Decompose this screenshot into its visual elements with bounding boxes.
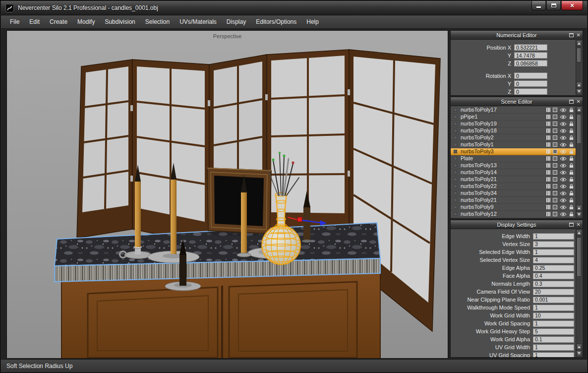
numeric-field-input[interactable] — [514, 88, 547, 95]
display-setting-input[interactable] — [533, 241, 574, 248]
lock-icon[interactable] — [569, 211, 574, 217]
scene-object-row[interactable]: nurbsToPoly14 — [451, 169, 576, 176]
menu-item[interactable]: Create — [45, 15, 72, 28]
visibility-eye-icon[interactable] — [560, 108, 567, 113]
material-swatch-icon[interactable] — [553, 149, 557, 154]
display-setting-input[interactable] — [533, 312, 574, 319]
material-swatch-icon[interactable] — [553, 122, 557, 126]
display-setting-input[interactable] — [533, 289, 574, 295]
material-swatch-icon[interactable] — [553, 205, 557, 209]
subdivision-bars-icon[interactable] — [546, 184, 550, 188]
scene-object-row[interactable]: nurbsToPoly1 — [451, 141, 576, 148]
menu-item[interactable]: Edit — [24, 15, 45, 28]
numeric-field-input[interactable] — [514, 44, 547, 51]
scene-object-row[interactable]: pPipe1 — [451, 114, 576, 121]
scrollbar-track[interactable] — [576, 236, 582, 344]
visibility-eye-icon[interactable] — [560, 205, 567, 210]
subdivision-bars-icon[interactable] — [546, 191, 550, 195]
scroll-down-button[interactable] — [576, 211, 582, 218]
material-swatch-icon[interactable] — [553, 184, 557, 188]
lock-icon[interactable] — [569, 121, 574, 126]
menu-item[interactable]: Help — [301, 15, 324, 28]
lock-icon[interactable] — [569, 135, 574, 140]
expand-box-icon[interactable] — [454, 129, 457, 132]
numeric-field-input[interactable] — [514, 60, 547, 66]
material-swatch-icon[interactable] — [553, 135, 557, 140]
scrollbar-track[interactable] — [576, 47, 582, 82]
mirror[interactable] — [207, 168, 271, 236]
scrollbar-thumb[interactable] — [577, 48, 582, 62]
expand-box-icon[interactable] — [454, 122, 457, 125]
scene-object-row[interactable]: nurbsToPoly34 — [451, 190, 576, 197]
display-setting-input[interactable] — [533, 344, 574, 351]
scene-object-row[interactable]: nurbsToPoly19 — [451, 121, 576, 127]
lock-icon[interactable] — [569, 149, 574, 154]
scroll-up-button[interactable] — [576, 40, 582, 47]
scene-object-row[interactable]: nurbsToPoly13 — [451, 162, 576, 169]
display-settings-header[interactable]: Display Settings ✕ — [451, 220, 583, 229]
subdivision-bars-icon[interactable] — [546, 205, 550, 209]
scrollbar-track[interactable] — [576, 113, 582, 205]
scroll-up-button[interactable] — [576, 107, 582, 113]
numerical-scrollbar[interactable] — [576, 40, 582, 95]
scene-object-row[interactable]: nurbsToPoly21 — [451, 176, 576, 183]
cabinet[interactable] — [61, 271, 380, 359]
numerical-editor-header[interactable]: Numerical Editor ✕ — [451, 31, 583, 40]
visibility-eye-icon[interactable] — [560, 184, 567, 189]
panel-maximize-icon[interactable] — [569, 100, 574, 104]
scroll-down-button[interactable] — [576, 88, 582, 95]
subdivision-bars-icon[interactable] — [546, 198, 550, 202]
scene-object-row[interactable]: nurbsToPoly17 — [451, 107, 576, 114]
menu-item[interactable]: Subdivision — [100, 15, 140, 28]
scene-object-row[interactable]: nurbsToPoly21 — [451, 197, 576, 204]
scroll-down-button[interactable] — [576, 350, 582, 357]
expand-box-icon[interactable] — [454, 143, 457, 146]
lock-icon[interactable] — [569, 163, 574, 168]
display-setting-input[interactable] — [533, 273, 574, 279]
subdivision-bars-icon[interactable] — [546, 142, 550, 147]
material-swatch-icon[interactable] — [553, 163, 557, 168]
subdivision-bars-icon[interactable] — [546, 135, 550, 140]
scene-scrollbar[interactable] — [576, 107, 582, 218]
display-setting-input[interactable] — [533, 297, 574, 303]
scene-object-row[interactable]: nurbsToPoly22 — [451, 183, 576, 190]
viewport-canvas[interactable] — [7, 31, 448, 359]
expand-box-icon[interactable] — [454, 157, 457, 160]
visibility-eye-icon[interactable] — [560, 177, 567, 182]
scene-object-row[interactable]: nurbsToPoly18 — [451, 127, 576, 134]
display-setting-input[interactable] — [533, 233, 574, 240]
lock-icon[interactable] — [569, 114, 574, 120]
subdivision-bars-icon[interactable] — [546, 156, 550, 161]
lock-icon[interactable] — [569, 156, 574, 161]
visibility-eye-icon[interactable] — [560, 163, 567, 168]
maximize-button[interactable] — [546, 1, 561, 10]
display-setting-input[interactable] — [533, 352, 574, 358]
numeric-field-input[interactable] — [514, 72, 547, 79]
scene-object-row[interactable]: nurbsToPoly3 — [451, 148, 576, 155]
display-setting-input[interactable] — [533, 265, 574, 271]
subdivision-bars-icon[interactable] — [546, 163, 550, 168]
display-scrollbar[interactable] — [576, 230, 582, 357]
material-swatch-icon[interactable] — [553, 170, 557, 175]
lock-icon[interactable] — [569, 107, 574, 113]
display-setting-input[interactable] — [533, 281, 574, 287]
material-swatch-icon[interactable] — [553, 108, 557, 112]
lock-icon[interactable] — [569, 142, 574, 147]
material-swatch-icon[interactable] — [553, 156, 557, 161]
display-setting-input[interactable] — [533, 249, 574, 255]
expand-box-icon[interactable] — [454, 108, 457, 112]
visibility-eye-icon[interactable] — [560, 170, 567, 175]
lock-icon[interactable] — [569, 184, 574, 189]
subdivision-bars-icon[interactable] — [546, 212, 550, 216]
material-swatch-icon[interactable] — [553, 191, 557, 195]
panel-close-icon[interactable]: ✕ — [577, 99, 581, 104]
scrollbar-thumb[interactable] — [577, 114, 582, 144]
scene-object-row[interactable]: nurbsToPoly9 — [451, 204, 576, 211]
display-setting-input[interactable] — [533, 336, 574, 343]
menu-item[interactable]: Selection — [140, 15, 175, 28]
panel-close-icon[interactable]: ✕ — [577, 33, 581, 38]
visibility-eye-icon[interactable] — [560, 156, 567, 161]
display-setting-input[interactable] — [533, 305, 574, 311]
subdivision-bars-icon[interactable] — [546, 170, 550, 175]
scroll-up-button-lower[interactable] — [576, 205, 582, 211]
